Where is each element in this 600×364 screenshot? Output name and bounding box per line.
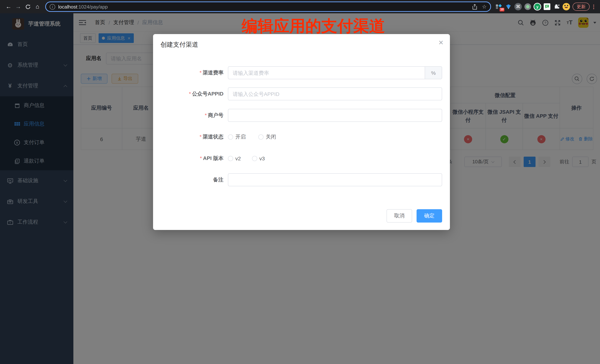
field-label: 备注 xyxy=(160,176,224,183)
form-row-api-version: *API 版本 v2 v3 xyxy=(160,152,442,165)
extension-y-icon[interactable]: y xyxy=(533,2,542,11)
radio-circle-icon xyxy=(252,156,257,161)
form-row-appid: *公众号APPID xyxy=(160,87,442,100)
extension-record-icon[interactable] xyxy=(523,2,533,11)
field-label: *渠道费率 xyxy=(160,69,224,76)
field-label: *API 版本 xyxy=(160,155,224,162)
url-path: :1024/pay/app xyxy=(77,4,108,9)
dialog-close-icon[interactable]: ✕ xyxy=(438,39,444,47)
radio-circle-icon xyxy=(228,134,233,139)
merchant-no-input-wrap xyxy=(228,109,442,122)
browser-update-button[interactable]: 更新 xyxy=(572,3,590,11)
form-row-channel-rate: *渠道费率 % xyxy=(160,66,442,79)
required-asterisk: * xyxy=(189,91,191,96)
extension-kite-icon[interactable] xyxy=(504,2,513,11)
browser-menu-icon[interactable]: ⋮ xyxy=(591,4,596,10)
address-bar[interactable]: i localhost:1024/pay/app ☆ xyxy=(45,1,491,12)
cancel-button[interactable]: 取消 xyxy=(386,209,412,223)
remark-input-wrap xyxy=(228,173,442,186)
extension-command-icon[interactable]: ⌘ xyxy=(513,2,523,11)
radio-circle-icon xyxy=(228,156,233,161)
url-host: localhost xyxy=(58,4,77,9)
home-icon[interactable]: ⌂ xyxy=(33,2,42,11)
form-row-channel-status: *渠道状态 开启 关闭 xyxy=(160,130,442,143)
application-root: ← → ⌂ i localhost:1024/pay/app ☆ 10 ⌘ xyxy=(0,0,600,364)
appid-input-wrap xyxy=(228,87,442,100)
reload-icon[interactable] xyxy=(23,2,33,11)
radio-circle-icon xyxy=(258,134,263,139)
appid-input[interactable] xyxy=(228,88,442,100)
create-payment-channel-dialog: 创建支付渠道 ✕ *渠道费率 % *公众号APPID *商户号 xyxy=(153,34,450,230)
field-label: *公众号APPID xyxy=(160,91,224,97)
extension-chat-icon[interactable] xyxy=(542,2,552,11)
channel-rate-input[interactable] xyxy=(228,67,425,79)
confirm-button[interactable]: 确定 xyxy=(417,209,442,223)
extension-emoji-icon[interactable] xyxy=(562,2,571,11)
bookmark-star-icon[interactable]: ☆ xyxy=(482,4,487,10)
radio-api-v2[interactable]: v2 xyxy=(228,155,241,161)
share-icon[interactable] xyxy=(472,4,478,9)
required-asterisk: * xyxy=(200,69,202,75)
back-icon[interactable]: ← xyxy=(4,2,13,11)
field-label: *商户号 xyxy=(160,112,224,119)
required-asterisk: * xyxy=(205,112,207,118)
forward-icon[interactable]: → xyxy=(13,2,23,11)
extension-kanban-icon[interactable]: 10 xyxy=(494,2,504,11)
browser-toolbar: ← → ⌂ i localhost:1024/pay/app ☆ 10 ⌘ xyxy=(0,0,600,13)
required-asterisk: * xyxy=(200,155,202,161)
radio-status-closed[interactable]: 关闭 xyxy=(258,134,276,140)
dialog-title: 创建支付渠道 xyxy=(160,40,198,49)
extensions-puzzle-icon[interactable] xyxy=(552,2,562,11)
remark-input[interactable] xyxy=(228,174,442,186)
field-label: *渠道状态 xyxy=(160,134,224,140)
update-label: 更新 xyxy=(577,3,586,10)
merchant-no-input[interactable] xyxy=(228,109,442,121)
form-row-remark: 备注 xyxy=(160,173,442,186)
channel-rate-input-wrap: % xyxy=(228,66,442,79)
form-row-merchant-no: *商户号 xyxy=(160,109,442,122)
radio-status-open[interactable]: 开启 xyxy=(228,134,246,140)
svg-text:y: y xyxy=(536,5,538,9)
percent-suffix: % xyxy=(425,67,442,79)
required-asterisk: * xyxy=(200,134,202,139)
site-info-icon[interactable]: i xyxy=(50,4,55,9)
annotation-text: 编辑应用的支付渠道 xyxy=(242,16,385,37)
radio-api-v3[interactable]: v3 xyxy=(252,155,265,161)
